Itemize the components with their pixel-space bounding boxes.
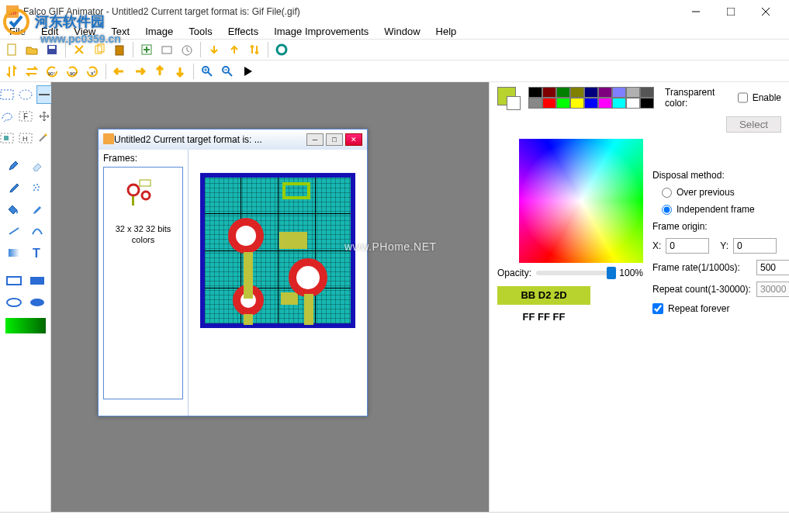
framerate-input[interactable] [756, 260, 789, 275]
minimize-button[interactable] [678, 1, 713, 22]
color-picker-gradient[interactable] [519, 139, 643, 263]
background-swatch[interactable] [507, 96, 521, 110]
cut-button[interactable] [71, 41, 88, 58]
brush-tool[interactable] [27, 200, 47, 219]
fill-tool[interactable] [4, 200, 24, 219]
palette-color[interactable] [584, 98, 598, 109]
flip-h-button[interactable] [23, 63, 40, 80]
repeat-forever-checkbox[interactable] [652, 303, 663, 314]
menu-text[interactable]: Text [103, 24, 137, 39]
doc-close-button[interactable]: ✕ [345, 133, 362, 146]
maximize-button[interactable] [713, 1, 748, 22]
move-down-button[interactable] [206, 41, 223, 58]
palette-color[interactable] [640, 87, 654, 98]
canvas-area[interactable]: Untitled2 Current target format is: ... … [51, 82, 489, 512]
ellipse-outline-tool[interactable] [4, 293, 24, 312]
palette-color[interactable] [570, 87, 584, 98]
y-input[interactable] [733, 238, 777, 254]
line-tool[interactable] [4, 222, 24, 240]
palette-color[interactable] [612, 98, 626, 109]
rect-outline-tool[interactable] [4, 271, 24, 290]
palette-color[interactable] [584, 87, 598, 98]
frame-thumbnail[interactable] [109, 172, 178, 219]
pixel-canvas[interactable] [189, 150, 367, 416]
zoom-out-button[interactable] [219, 63, 236, 80]
frames-list[interactable]: 32 x 32 32 bits colors [103, 167, 183, 399]
menu-image[interactable]: Image [137, 24, 181, 39]
palette-color[interactable] [640, 98, 654, 109]
opacity-slider[interactable] [536, 271, 614, 275]
save-file-button[interactable] [43, 41, 61, 58]
open-file-button[interactable] [23, 41, 40, 58]
region-select-tool[interactable] [0, 129, 15, 147]
menu-window[interactable]: Window [376, 24, 427, 39]
target-button[interactable] [273, 41, 290, 58]
zoom-in-button[interactable] [199, 63, 216, 80]
rotate-ccw-90-button[interactable]: 90° [43, 63, 61, 80]
new-file-button[interactable] [3, 41, 20, 58]
lasso-tool[interactable] [0, 107, 15, 126]
hash-select-tool[interactable]: H [18, 129, 33, 147]
palette-color[interactable] [528, 87, 542, 98]
eyedropper-tool[interactable] [4, 178, 24, 197]
paste-button[interactable] [111, 41, 128, 58]
rotate-cw-90-button[interactable]: 90° [64, 63, 81, 80]
doc-minimize-button[interactable]: ─ [306, 133, 324, 146]
arrow-up-button[interactable] [151, 63, 168, 80]
flip-v-button[interactable] [3, 63, 20, 80]
gradient-tool[interactable] [4, 244, 24, 262]
line-select-tool[interactable] [36, 85, 52, 104]
arrow-right-button[interactable] [131, 63, 148, 80]
ellipse-select-tool[interactable] [18, 85, 33, 104]
bg-hex[interactable]: FF FF FF [497, 308, 590, 326]
document-titlebar[interactable]: Untitled2 Current target format is: ... … [99, 130, 367, 150]
disposal-independent-radio[interactable] [662, 205, 672, 215]
play-button[interactable] [239, 63, 256, 80]
palette-color[interactable] [556, 98, 570, 109]
palette-color[interactable] [626, 87, 640, 98]
menu-view[interactable]: View [66, 24, 103, 39]
move-tool[interactable] [36, 107, 52, 126]
text-select-tool[interactable]: F [18, 107, 33, 126]
fg-hex[interactable]: BB D2 2D [497, 286, 590, 305]
menu-edit[interactable]: Edit [33, 24, 66, 39]
curve-tool[interactable] [27, 222, 47, 240]
rect-select-tool[interactable] [0, 85, 15, 104]
new-frame-button[interactable] [138, 41, 155, 58]
palette-color[interactable] [556, 87, 570, 98]
palette-color[interactable] [598, 87, 612, 98]
palette-color[interactable] [626, 98, 640, 109]
enable-checkbox[interactable] [738, 92, 748, 103]
copy-button[interactable] [91, 41, 108, 58]
text-tool[interactable]: T [27, 244, 47, 262]
menu-effects[interactable]: Effects [220, 24, 267, 39]
menu-tools[interactable]: Tools [181, 24, 220, 39]
palette-color[interactable] [542, 98, 556, 109]
wand-tool[interactable] [36, 129, 52, 147]
palette-color[interactable] [528, 98, 542, 109]
palette-color[interactable] [570, 98, 584, 109]
document-window[interactable]: Untitled2 Current target format is: ... … [98, 129, 368, 416]
arrow-left-button[interactable] [111, 63, 128, 80]
menu-help[interactable]: Help [428, 24, 465, 39]
color-palette[interactable] [528, 87, 654, 109]
pencil-tool[interactable] [4, 157, 24, 175]
close-button[interactable] [748, 1, 783, 22]
menu-file[interactable]: File [2, 24, 33, 39]
menu-image-improvements[interactable]: Image Improvements [266, 24, 376, 39]
palette-color[interactable] [612, 87, 626, 98]
doc-maximize-button[interactable]: □ [326, 133, 343, 146]
rect-fill-tool[interactable] [27, 271, 47, 290]
spray-tool[interactable] [27, 178, 47, 197]
capture-button[interactable] [158, 41, 175, 58]
ellipse-fill-tool[interactable] [27, 293, 47, 312]
rotate-custom-button[interactable]: x° [84, 63, 101, 80]
select-button[interactable]: Select [726, 116, 781, 133]
x-input[interactable] [666, 238, 709, 254]
palette-color[interactable] [598, 98, 612, 109]
arrow-down-button[interactable] [171, 63, 189, 80]
move-up-button[interactable] [226, 41, 243, 58]
eraser-tool[interactable] [27, 157, 47, 175]
palette-color[interactable] [542, 87, 556, 98]
swap-button[interactable] [246, 41, 263, 58]
